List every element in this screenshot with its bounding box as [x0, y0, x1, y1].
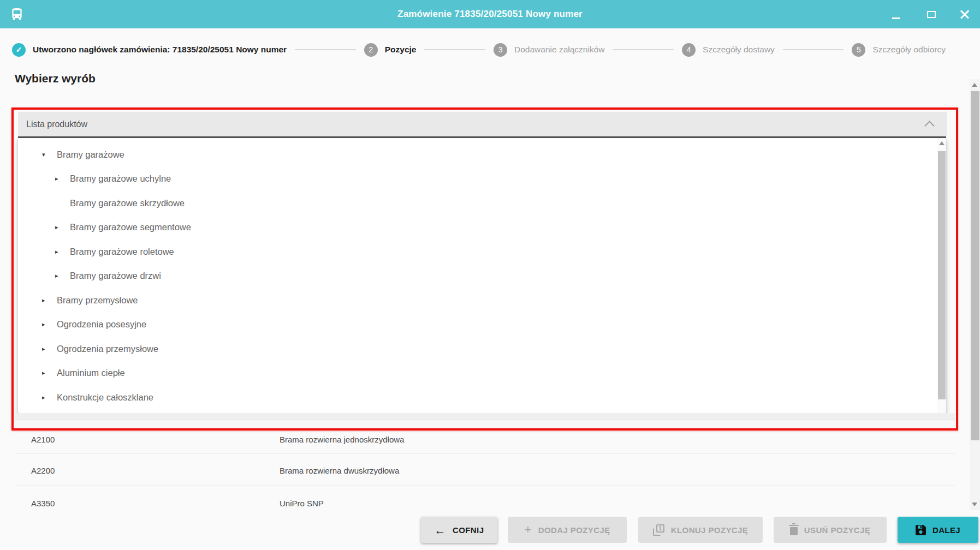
caret-right-icon[interactable]: ▸: [55, 272, 64, 279]
caret-right-icon[interactable]: ▸: [42, 321, 51, 328]
step-1-label: Utworzono nagłówek zamówienia: 71835/20/…: [33, 45, 287, 55]
tree-item-label: Ogrodzenia przemysłowe: [57, 344, 158, 354]
stepper-step-4: 4 Szczegóły dostawy: [682, 43, 775, 57]
plus-icon: +: [524, 524, 531, 536]
maximize-button[interactable]: [919, 0, 944, 28]
product-list-header[interactable]: Lista produktów: [18, 112, 947, 136]
step-5-label: Szczegóły odbiorcy: [872, 45, 946, 55]
tree-item-label: Bramy garażowe: [57, 150, 124, 160]
next-button-label: DALEJ: [933, 525, 960, 535]
close-button[interactable]: [952, 0, 977, 28]
tree-item-aluminium-cieple[interactable]: ▸ Aluminium ciepłe: [18, 361, 946, 386]
back-button-label: COFNIJ: [453, 525, 484, 535]
caret-right-icon[interactable]: ▸: [55, 175, 64, 182]
step-check-icon: ✓: [12, 43, 26, 57]
product-name: Brama rozwierna jednoskrzydłowa: [280, 435, 404, 444]
add-position-button[interactable]: + DODAJ POZYCJĘ: [508, 517, 627, 543]
product-tree-dropdown: ▾ Bramy garażowe ▸ Bramy garażowe uchyln…: [18, 138, 946, 413]
tree-item-label: Bramy garażowe skrzydłowe: [70, 198, 185, 208]
tree-item-label: Konstrukcje całoszklane: [57, 392, 153, 403]
caret-right-icon[interactable]: ▸: [55, 224, 64, 231]
caret-right-icon[interactable]: ▸: [42, 297, 51, 304]
step-5-circle: 5: [852, 43, 865, 57]
stepper-step-3: 3 Dodawanie załączników: [494, 43, 604, 57]
step-4-circle: 4: [682, 43, 696, 57]
stepper-step-5: 5 Szczegóły odbiorcy: [852, 43, 946, 57]
window-scrollbar[interactable]: [970, 79, 980, 510]
step-4-label: Szczegóły dostawy: [703, 45, 775, 55]
product-list-header-label: Lista produktów: [26, 119, 87, 129]
stepper-connector: [613, 49, 674, 50]
step-3-label: Dodawanie załączników: [514, 45, 604, 55]
stepper-connector: [295, 49, 356, 50]
caret-right-icon[interactable]: ▸: [42, 369, 51, 376]
stepper-connector: [424, 49, 485, 50]
obscured-content-strip: [15, 413, 955, 420]
tree-item-label: Bramy przemysłowe: [57, 295, 138, 306]
tree-item-label: Bramy garażowe uchylne: [70, 174, 171, 184]
dropdown-scrollbar[interactable]: [937, 138, 946, 413]
save-icon: [916, 525, 926, 535]
tree-item-label: Ogrodzenia posesyjne: [57, 319, 146, 330]
step-3-circle: 3: [494, 43, 507, 57]
tree-item-konstrukcje-caloszklane[interactable]: ▸ Konstrukcje całoszklane: [18, 385, 946, 410]
scroll-up-icon[interactable]: [939, 141, 945, 145]
tree-item-bramy-garazowe-segmentowe[interactable]: ▸ Bramy garażowe segmentowe: [18, 216, 946, 240]
add-button-label: DODAJ POZYCJĘ: [538, 525, 610, 535]
minimize-button[interactable]: [883, 0, 908, 28]
tree-item-bramy-garazowe-roletowe[interactable]: ▸ Bramy garażowe roletowe: [18, 240, 946, 264]
tree-item-label: Aluminium ciepłe: [57, 368, 125, 378]
maximize-icon: [927, 11, 936, 18]
tree-item-bramy-garazowe[interactable]: ▾ Bramy garażowe: [18, 142, 946, 167]
close-icon: [960, 9, 970, 19]
product-name: UniPro SNP: [280, 499, 324, 508]
table-row-a2200[interactable]: A2200 Brama rozwierna dwuskrzydłowa: [0, 454, 961, 487]
tree-item-bramy-przemyslowe[interactable]: ▸ Bramy przemysłowe: [18, 288, 946, 313]
title-bar: Zamówienie 71835/20/25051 Nowy numer: [0, 0, 980, 28]
chevron-up-icon[interactable]: [924, 121, 934, 130]
clone-icon-front: 1: [656, 524, 664, 533]
tree-item-ogrodzenia-posesyjne[interactable]: ▸ Ogrodzenia posesyjne: [18, 313, 946, 337]
dropdown-scrollbar-thumb[interactable]: [938, 151, 946, 399]
caret-right-icon[interactable]: ▸: [42, 394, 51, 401]
tree-item-ogrodzenia-przemyslowe[interactable]: ▸ Ogrodzenia przemysłowe: [18, 337, 946, 361]
delete-button-label: USUŃ POZYCJĘ: [804, 525, 871, 535]
tree-item-label: Bramy garażowe roletowe: [70, 247, 174, 257]
tree-item-label: Bramy garażowe drzwi: [70, 271, 161, 281]
delete-position-button[interactable]: USUŃ POZYCJĘ: [774, 517, 887, 543]
tree-item-label: Bramy garażowe segmentowe: [70, 222, 191, 232]
window-scrollbar-thumb[interactable]: [971, 91, 979, 440]
clone-icon: 1: [653, 524, 664, 536]
tree-item-bramy-garazowe-skrzydlowe[interactable]: Bramy garażowe skrzydłowe: [18, 191, 946, 216]
tree-item-bramy-garazowe-uchylne[interactable]: ▸ Bramy garażowe uchylne: [18, 167, 946, 192]
back-button[interactable]: ← COFNIJ: [421, 517, 497, 543]
window-title: Zamówienie 71835/20/25051 Nowy numer: [0, 0, 980, 28]
product-code: A2100: [31, 435, 55, 444]
minimize-icon: [892, 17, 900, 19]
row-divider: [16, 486, 955, 486]
arrow-left-icon: ←: [435, 524, 446, 536]
row-divider: [16, 453, 955, 453]
product-code: A2200: [31, 466, 55, 475]
stepper-step-1: ✓ Utworzono nagłówek zamówienia: 71835/2…: [12, 43, 287, 57]
stepper-connector: [783, 49, 844, 50]
scroll-up-icon[interactable]: [972, 83, 977, 87]
clone-button-label: KLONUJ POZYCJĘ: [671, 525, 748, 535]
trash-icon: [790, 527, 798, 535]
table-row-a3350[interactable]: A3350 UniPro SNP: [0, 487, 961, 519]
page-title: Wybierz wyrób: [15, 72, 96, 85]
clone-position-button[interactable]: 1 KLONUJ POZYCJĘ: [638, 517, 763, 543]
caret-right-icon[interactable]: ▸: [42, 345, 51, 352]
stepper-step-2: 2 Pozycje: [364, 43, 417, 57]
product-code: A3350: [31, 499, 55, 508]
caret-down-icon[interactable]: ▾: [42, 151, 51, 158]
table-row-a2100[interactable]: A2100 Brama rozwierna jednoskrzydłowa: [0, 423, 961, 456]
caret-right-icon[interactable]: ▸: [55, 248, 64, 255]
tree-item-bramy-garazowe-drzwi[interactable]: ▸ Bramy garażowe drzwi: [18, 264, 946, 289]
next-button[interactable]: DALEJ: [898, 517, 978, 543]
step-2-circle: 2: [364, 43, 378, 57]
step-2-label: Pozycje: [385, 45, 417, 55]
product-name: Brama rozwierna dwuskrzydłowa: [280, 466, 399, 475]
scroll-down-icon[interactable]: [972, 503, 977, 506]
wizard-stepper: ✓ Utworzono nagłówek zamówienia: 71835/2…: [0, 39, 962, 60]
